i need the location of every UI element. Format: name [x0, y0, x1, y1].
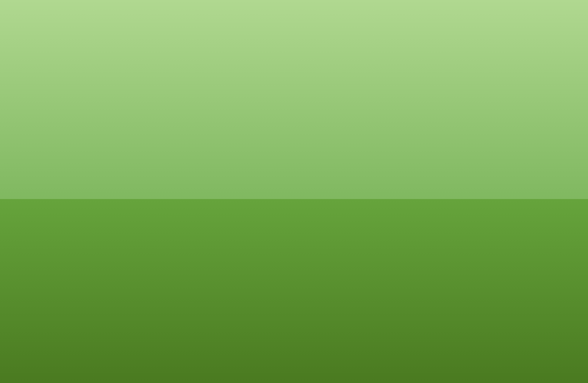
website-content: BA BOSS ALUMINIUM Products ▾ Shop Capabi…: [121, 112, 467, 303]
product-image-4[interactable]: [211, 222, 281, 279]
product-section: Starlink Mini Mount $380.00 A durable, v…: [121, 155, 467, 294]
product-images: [136, 162, 283, 279]
browser-window: ‹ › ↻ BA Starlink Mini Mount - Boss A...…: [121, 81, 467, 303]
